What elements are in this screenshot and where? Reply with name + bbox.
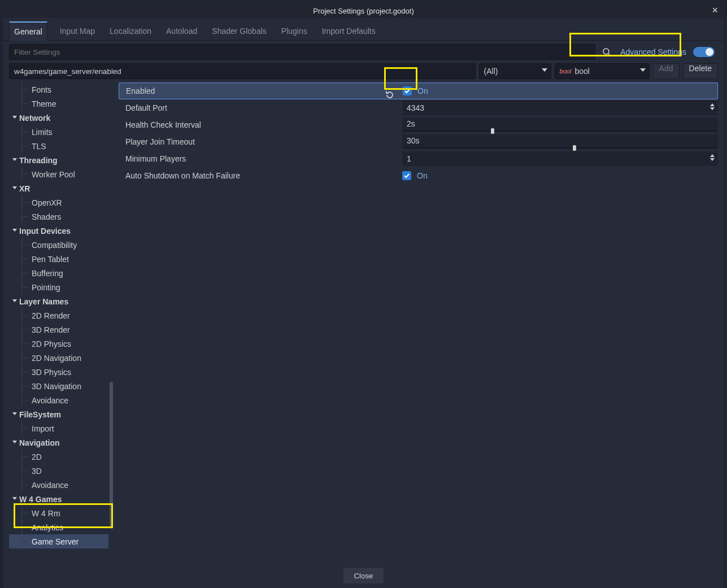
- tree-category[interactable]: Network: [9, 111, 108, 125]
- revert-icon[interactable]: [385, 90, 395, 100]
- spinner-icon[interactable]: [710, 154, 715, 161]
- window-title: Project Settings (project.godot): [3, 7, 724, 15]
- tree-item[interactable]: 3D Navigation: [9, 379, 108, 393]
- close-button[interactable]: Close: [343, 568, 383, 583]
- property-label: Enabled: [126, 86, 155, 95]
- search-icon[interactable]: [599, 44, 615, 60]
- spinner-icon[interactable]: [710, 103, 715, 110]
- tree-item[interactable]: Theme: [9, 97, 108, 111]
- tree-item[interactable]: Avoidance: [9, 478, 108, 492]
- property-label: Health Check Interval: [125, 120, 201, 129]
- tree-category[interactable]: Threading: [9, 153, 108, 167]
- join-timeout-field[interactable]: 30 s: [402, 134, 718, 149]
- delete-button[interactable]: Delete: [683, 63, 718, 79]
- tree-item[interactable]: 2D: [9, 450, 108, 464]
- slider-handle[interactable]: [491, 128, 494, 134]
- tree-item[interactable]: 3D Physics: [9, 365, 108, 379]
- category-tree[interactable]: FontsThemeNetworkLimitsTLSThreadingWorke…: [9, 82, 113, 561]
- property-row-join-timeout[interactable]: Player Join Timeout 30 s: [119, 133, 718, 150]
- min-players-field[interactable]: 1: [402, 151, 718, 166]
- tab-input-map[interactable]: Input Map: [58, 22, 97, 40]
- type-dropdown[interactable]: bool bool: [555, 63, 650, 79]
- tree-category[interactable]: XR: [9, 181, 108, 195]
- dialog-footer: Close: [3, 563, 724, 588]
- advanced-settings-toggle[interactable]: [693, 47, 715, 57]
- tree-item[interactable]: OpenXR: [9, 195, 108, 210]
- tree-category-label: W 4 Games: [19, 495, 62, 504]
- tree-item[interactable]: 2D Render: [9, 308, 108, 323]
- tree-item[interactable]: Pointing: [9, 280, 108, 294]
- chevron-down-icon: [542, 68, 547, 72]
- tree-item[interactable]: Shaders: [9, 210, 108, 224]
- tree-category-label: Threading: [19, 156, 58, 165]
- tree-category[interactable]: Input Devices: [9, 224, 108, 238]
- tree-item-label: OpenXR: [32, 198, 62, 207]
- tree-category-label: Input Devices: [19, 227, 71, 236]
- tree-item[interactable]: Pen Tablet: [9, 252, 108, 266]
- title-bar: Project Settings (project.godot) ×: [3, 3, 724, 18]
- tree-item[interactable]: Import: [9, 421, 108, 435]
- tree-item-label: Avoidance: [32, 481, 68, 490]
- tab-import-defaults[interactable]: Import Defaults: [320, 22, 378, 40]
- tree-item[interactable]: Buffering: [9, 266, 108, 280]
- tree-item-label: 2D Render: [32, 311, 70, 320]
- tree-category[interactable]: Layer Names: [9, 294, 108, 308]
- property-label: Player Join Timeout: [125, 137, 195, 146]
- tree-category[interactable]: Navigation: [9, 435, 108, 450]
- tree-item[interactable]: W 4 Rm: [9, 506, 108, 520]
- tree-item[interactable]: Analytics: [9, 520, 108, 534]
- property-row-health-check[interactable]: Health Check Interval 2 s: [119, 116, 718, 133]
- tree-category-label: Navigation: [19, 438, 60, 447]
- advanced-settings-label: Advanced Settings: [620, 47, 686, 56]
- auto-shutdown-checkbox[interactable]: [402, 171, 411, 180]
- tree-item-label: W 4 Rm: [32, 509, 60, 518]
- property-row-default-port[interactable]: Default Port 4343: [119, 99, 718, 116]
- tree-item[interactable]: Compatibility: [9, 238, 108, 252]
- auto-shutdown-on-text: On: [417, 171, 428, 180]
- tree-item-label: 2D Navigation: [32, 354, 81, 363]
- tree-item[interactable]: 2D Physics: [9, 337, 108, 351]
- tree-category-label: Network: [19, 114, 50, 123]
- property-row-auto-shutdown[interactable]: Auto Shutdown on Match Failure On: [119, 167, 718, 184]
- tree-item[interactable]: Game Server: [9, 534, 108, 548]
- chevron-down-icon: [12, 412, 17, 415]
- tab-autoload[interactable]: Autoload: [164, 22, 199, 40]
- property-row-min-players[interactable]: Minimum Players 1: [119, 150, 718, 167]
- tree-category-label: FileSystem: [19, 410, 61, 419]
- tree-category-label: Layer Names: [19, 297, 68, 306]
- tree-item[interactable]: TLS: [9, 139, 108, 153]
- close-icon[interactable]: ×: [709, 5, 720, 16]
- tree-item[interactable]: Fonts: [9, 82, 108, 97]
- tab-strip: General Input Map Localization Autoload …: [3, 18, 724, 41]
- tree-item[interactable]: 3D Render: [9, 323, 108, 337]
- tree-item-label: Pen Tablet: [32, 255, 69, 264]
- filter-settings-input[interactable]: [9, 44, 595, 60]
- tree-category[interactable]: FileSystem: [9, 407, 108, 421]
- default-port-field[interactable]: 4343: [402, 101, 718, 115]
- svg-line-1: [608, 54, 611, 56]
- section-dropdown[interactable]: (All): [479, 63, 551, 79]
- tree-item-label: Compatibility: [32, 241, 77, 250]
- tree-item[interactable]: Worker Pool: [9, 167, 108, 181]
- health-check-field[interactable]: 2 s: [402, 117, 718, 132]
- tab-localization[interactable]: Localization: [107, 22, 154, 40]
- add-button[interactable]: Add: [653, 63, 680, 79]
- tab-shader-globals[interactable]: Shader Globals: [210, 22, 269, 40]
- property-path-input[interactable]: [9, 63, 476, 79]
- scrollbar-thumb[interactable]: [110, 382, 113, 529]
- enabled-on-text: On: [417, 86, 428, 95]
- slider-handle[interactable]: [573, 145, 576, 151]
- tab-general[interactable]: General: [9, 21, 47, 41]
- tree-category-label: XR: [19, 184, 30, 193]
- tree-item[interactable]: 3D: [9, 464, 108, 478]
- enabled-checkbox[interactable]: [403, 86, 412, 95]
- tree-item[interactable]: Avoidance: [9, 393, 108, 407]
- tree-item-label: Avoidance: [32, 396, 68, 405]
- tree-item[interactable]: Limits: [9, 125, 108, 139]
- tree-item-label: 3D Physics: [32, 368, 71, 377]
- tree-category[interactable]: W 4 Games: [9, 492, 108, 506]
- chevron-down-icon: [12, 299, 17, 302]
- tab-plugins[interactable]: Plugins: [279, 22, 310, 40]
- property-row-enabled[interactable]: Enabled On: [119, 82, 718, 99]
- tree-item[interactable]: 2D Navigation: [9, 351, 108, 365]
